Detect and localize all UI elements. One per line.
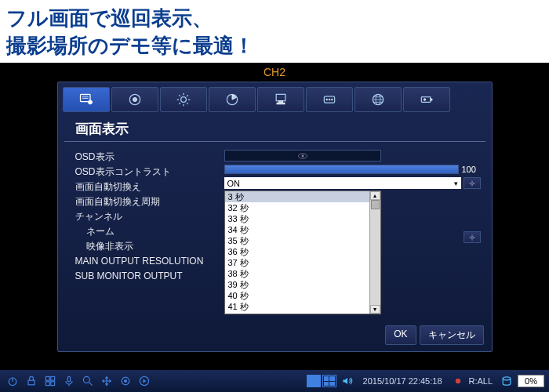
field-labels: OSD表示 OSD表示コントラスト 画面自動切換え 画面自動切換え周期 チャンネ…	[75, 150, 224, 314]
tabbar	[58, 82, 492, 112]
speaker-icon[interactable]	[340, 373, 355, 389]
auto-switch-config-button[interactable]	[464, 177, 481, 189]
tab-schedule[interactable]	[209, 87, 256, 112]
name-config-button[interactable]	[464, 231, 481, 243]
tab-info[interactable]	[306, 87, 353, 112]
svg-point-12	[331, 99, 333, 100]
dropdown-list: 3 秒 32 秒 33 秒 34 秒 35 秒 36 秒 37 秒 38 秒 3…	[225, 191, 380, 314]
tab-settings[interactable]	[160, 87, 207, 112]
taskbar: 2015/10/17 22:45:18 R:ALL 0%	[0, 370, 549, 392]
svg-point-4	[180, 97, 186, 103]
svg-point-32	[455, 379, 460, 383]
svg-rect-23	[45, 377, 49, 381]
dropdown-item[interactable]: 35 秒	[225, 235, 380, 246]
tab-device[interactable]	[257, 87, 304, 112]
svg-point-28	[83, 377, 89, 383]
label-auto-switch: 画面自動切換え	[75, 180, 224, 194]
svg-rect-27	[67, 377, 70, 382]
section-title: 画面表示	[64, 115, 485, 142]
svg-point-19	[471, 182, 473, 184]
hdd-icon	[499, 373, 514, 389]
taskbar-rec-indicator	[450, 373, 466, 389]
power-icon[interactable]	[5, 373, 20, 389]
scroll-down-button[interactable]: ▾	[370, 305, 380, 314]
dropdown-item[interactable]: 33 秒	[225, 213, 380, 224]
dropdown-item[interactable]: 38 秒	[225, 268, 380, 279]
svg-point-20	[471, 236, 473, 238]
contrast-slider[interactable]	[224, 165, 459, 174]
svg-point-3	[133, 98, 136, 102]
gear-icon	[467, 180, 477, 187]
tab-maintenance[interactable]	[403, 87, 450, 112]
label-video-hide: 映像非表示	[75, 239, 224, 254]
osd-display-button[interactable]	[224, 150, 381, 162]
label-name: ネーム	[75, 224, 224, 239]
svg-rect-22	[28, 380, 35, 385]
tab-network[interactable]	[354, 87, 402, 112]
dropdown-item[interactable]: 32 秒	[225, 202, 380, 213]
svg-point-18	[301, 154, 304, 157]
svg-point-16	[424, 99, 426, 101]
chevron-down-icon: ▾	[454, 180, 458, 187]
settings-panel: 画面表示 OSD表示 OSD表示コントラスト 画面自動切換え 画面自動切換え周期…	[57, 82, 493, 352]
grid-icon[interactable]	[42, 373, 58, 389]
svg-point-30	[124, 379, 127, 383]
period-dropdown[interactable]: 3 秒 32 秒 33 秒 34 秒 35 秒 36 秒 37 秒 38 秒 3…	[224, 191, 381, 314]
controls-column: 100 ON ▾ 3 秒 32 秒 33 秒	[224, 150, 481, 314]
dropdown-item[interactable]: 3 秒	[225, 191, 380, 202]
svg-point-1	[88, 100, 92, 104]
eye-icon	[297, 152, 308, 160]
label-osd-display: OSD表示	[75, 150, 224, 165]
label-channel: チャンネル	[75, 209, 224, 224]
lock-icon[interactable]	[24, 373, 39, 389]
label-main-output: MAIN OUTPUT RESOLUTION	[75, 254, 224, 269]
svg-point-11	[329, 99, 330, 100]
ok-button[interactable]: OK	[385, 325, 416, 345]
dropdown-item[interactable]: 41 秒	[225, 301, 380, 312]
record-icon[interactable]	[118, 373, 133, 389]
svg-point-10	[325, 99, 327, 100]
svg-rect-8	[277, 103, 285, 104]
label-auto-switch-period: 画面自動切換え周期	[75, 194, 224, 209]
mic-icon[interactable]	[61, 373, 77, 389]
svg-point-33	[503, 377, 511, 380]
svg-rect-26	[51, 382, 55, 386]
taskbar-datetime: 2015/10/17 22:45:18	[363, 376, 442, 386]
label-osd-contrast: OSD表示コントラスト	[75, 165, 224, 180]
tab-display[interactable]	[63, 87, 110, 112]
svg-rect-7	[278, 101, 282, 103]
dropdown-scrollbar[interactable]: ▴ ▾	[369, 191, 380, 314]
svg-rect-6	[276, 95, 285, 101]
label-sub-output: SUB MONITOR OUTPUT	[75, 269, 224, 284]
layout-buttons	[307, 375, 336, 387]
gear-icon	[467, 234, 477, 241]
dropdown-item[interactable]: 39 秒	[225, 279, 380, 290]
layout-single[interactable]	[307, 375, 321, 387]
promo-heading: フル画面で巡回表示、 撮影場所のデモ等に最適！	[0, 0, 549, 63]
dropdown-item[interactable]: 34 秒	[225, 224, 380, 235]
dropdown-item[interactable]: 36 秒	[225, 246, 380, 257]
playback-icon[interactable]	[136, 373, 152, 389]
form-area: OSD表示 OSD表示コントラスト 画面自動切換え 画面自動切換え周期 チャンネ…	[58, 142, 492, 322]
ptz-icon[interactable]	[99, 373, 115, 389]
svg-rect-24	[51, 377, 55, 381]
dialog-buttons: OK キャンセル	[58, 322, 492, 351]
scroll-thumb[interactable]	[371, 200, 380, 209]
cancel-button[interactable]: キャンセル	[420, 325, 484, 345]
contrast-value: 100	[462, 165, 481, 174]
svg-rect-25	[45, 382, 49, 386]
hdd-percent: 0%	[518, 375, 544, 387]
tab-record[interactable]	[111, 87, 158, 112]
dvr-screen: CH2 画面表示 OSD表示 OSD表示コントラスト 画面自動切換え 画面自動切…	[0, 63, 549, 392]
dropdown-item[interactable]: 42 秒	[225, 312, 380, 314]
search-icon[interactable]	[80, 373, 96, 389]
dropdown-item[interactable]: 40 秒	[225, 290, 380, 301]
scroll-up-button[interactable]: ▴	[370, 191, 380, 200]
channel-label: CH2	[0, 63, 549, 82]
layout-quad[interactable]	[322, 375, 336, 387]
dropdown-item[interactable]: 37 秒	[225, 257, 380, 268]
taskbar-rec-label: R:ALL	[469, 376, 493, 386]
auto-switch-select[interactable]: ON ▾	[224, 177, 461, 189]
